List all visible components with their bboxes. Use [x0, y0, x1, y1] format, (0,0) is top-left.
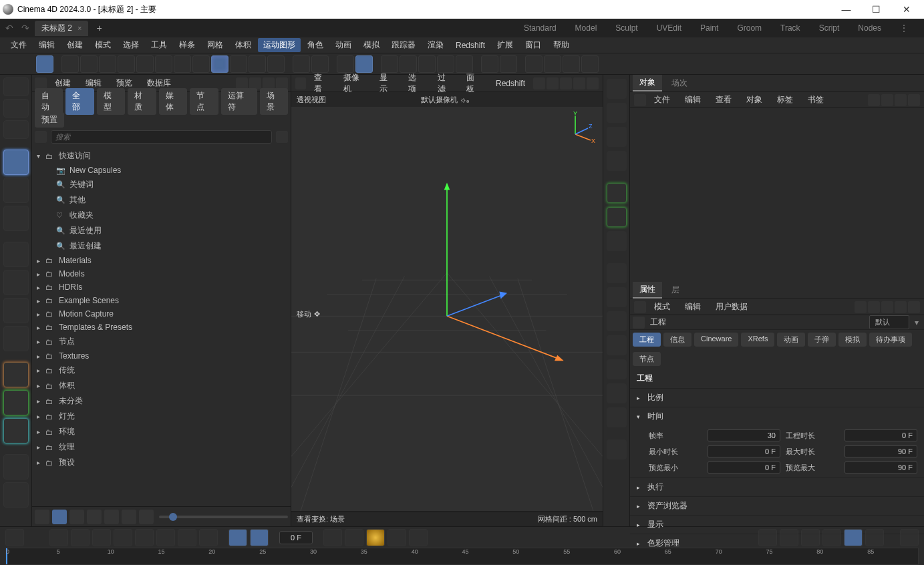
- rtool-icon[interactable]: [607, 207, 627, 227]
- tree-item[interactable]: 🔍其他: [32, 192, 291, 208]
- tool-icon[interactable]: [136, 55, 154, 73]
- view-grid-icon[interactable]: [52, 510, 67, 524]
- tool-icon[interactable]: [544, 55, 561, 73]
- menu-character[interactable]: 角色: [302, 38, 329, 52]
- tab-layer[interactable]: 层: [665, 282, 686, 298]
- tree-item[interactable]: ▸🗀Materials: [32, 254, 291, 267]
- tl-icon[interactable]: [409, 529, 428, 546]
- attr-tab-todo[interactable]: 待办事项: [869, 333, 912, 347]
- param-maxlen-input[interactable]: 90 F: [844, 445, 917, 457]
- viewport-axis-gizmo[interactable]: Y X Z: [565, 111, 599, 144]
- tab-close-icon[interactable]: ×: [78, 24, 82, 32]
- tl-icon[interactable]: [865, 529, 884, 546]
- tool-icon[interactable]: [230, 55, 247, 73]
- view-icon[interactable]: [104, 510, 119, 524]
- tl-sound-icon[interactable]: [250, 529, 269, 546]
- tool-icon[interactable]: [381, 55, 398, 73]
- tl-next-frame-icon[interactable]: [156, 529, 175, 546]
- tool-icon[interactable]: [192, 55, 210, 73]
- search-opt-icon[interactable]: [276, 131, 288, 143]
- tree-item[interactable]: ▸🗀节点: [32, 334, 291, 349]
- history-tool-icon[interactable]: [3, 99, 29, 118]
- tl-prev-key-icon[interactable]: [71, 529, 90, 546]
- tree-item[interactable]: 📷New Capsules: [32, 164, 291, 177]
- menu-mesh[interactable]: 网格: [202, 38, 228, 52]
- attr-nav-icon[interactable]: [895, 301, 907, 313]
- tree-item[interactable]: ▸🗀体积: [32, 378, 291, 393]
- layout-script[interactable]: Script: [819, 23, 840, 33]
- attr-panel-icon[interactable]: [634, 301, 646, 313]
- attr-tab-anim[interactable]: 动画: [777, 333, 805, 347]
- tree-item[interactable]: ▸🗀传统: [32, 363, 291, 378]
- layout-nodes[interactable]: Nodes: [858, 23, 881, 33]
- tool-icon[interactable]: [61, 55, 79, 73]
- tree-item[interactable]: 🔍最近创建: [32, 238, 291, 254]
- obj-menu-bookmarks[interactable]: 书签: [801, 92, 830, 108]
- rtool-icon[interactable]: [607, 231, 627, 251]
- attr-menu-edit[interactable]: 编辑: [678, 299, 708, 315]
- render-mode-select[interactable]: 默认: [869, 315, 909, 329]
- maximize-button[interactable]: ☐: [861, 0, 891, 19]
- menu-file[interactable]: 文件: [5, 38, 32, 52]
- view-icon[interactable]: [139, 510, 154, 524]
- menu-render[interactable]: 渲染: [422, 38, 449, 52]
- close-button[interactable]: ✕: [891, 0, 921, 19]
- obj-panel-icon[interactable]: [634, 94, 646, 106]
- tool-icon[interactable]: [3, 298, 29, 323]
- tl-icon[interactable]: [5, 529, 24, 546]
- attr-menu-userdata[interactable]: 用户数据: [709, 299, 754, 315]
- tab-takes[interactable]: 场次: [665, 75, 694, 91]
- attr-nav-icon[interactable]: [868, 301, 880, 313]
- obj-icon[interactable]: [908, 94, 920, 106]
- menu-volume[interactable]: 体积: [230, 38, 257, 52]
- rtool-icon[interactable]: [607, 103, 627, 123]
- tab-attributes[interactable]: 属性: [633, 282, 662, 299]
- rtool-icon[interactable]: [607, 79, 627, 99]
- tool-icon[interactable]: [525, 55, 543, 73]
- tool-icon[interactable]: [3, 454, 29, 480]
- tree-item[interactable]: ♡收藏夹: [32, 208, 291, 223]
- attr-nav-icon[interactable]: [881, 301, 893, 313]
- tool-cloner-icon[interactable]: [36, 55, 53, 73]
- tl-keyframe-icon[interactable]: [366, 529, 385, 546]
- rotate-tool-icon[interactable]: [3, 178, 29, 203]
- tree-item[interactable]: ▸🗀预设: [32, 455, 291, 470]
- group-execute[interactable]: ▸执行: [630, 478, 924, 496]
- attr-tab-sim[interactable]: 模拟: [838, 333, 867, 347]
- tool-icon[interactable]: [3, 270, 29, 295]
- tree-item[interactable]: ▸🗀纹理: [32, 439, 291, 455]
- vp-nav-icon[interactable]: [587, 77, 599, 89]
- search-tool-icon[interactable]: [3, 77, 29, 96]
- vp-nav-icon[interactable]: [533, 77, 545, 89]
- layout-paint[interactable]: Paint: [700, 23, 718, 33]
- param-minlen-input[interactable]: 0 F: [708, 445, 780, 457]
- tool-icon[interactable]: [118, 55, 135, 73]
- tl-icon[interactable]: [758, 529, 777, 546]
- menu-edit[interactable]: 编辑: [33, 38, 60, 52]
- layout-track[interactable]: Track: [780, 23, 800, 33]
- layout-groom[interactable]: Groom: [737, 23, 762, 33]
- menu-select[interactable]: 选择: [118, 38, 144, 52]
- tool-icon[interactable]: [481, 55, 498, 73]
- obj-icon[interactable]: [868, 94, 880, 106]
- tl-prev-frame-icon[interactable]: [92, 529, 111, 546]
- tool-icon[interactable]: [267, 55, 285, 73]
- nav-fwd-icon[interactable]: [249, 77, 261, 89]
- tree-item[interactable]: ▸🗀Example Scenes: [32, 294, 291, 307]
- tool-icon[interactable]: [80, 55, 98, 73]
- param-fps-input[interactable]: 30: [708, 429, 780, 441]
- group-asset-browser[interactable]: ▸资产浏览器: [630, 496, 924, 515]
- view-icon[interactable]: [87, 510, 102, 524]
- live-selection-icon[interactable]: [3, 120, 29, 139]
- tool-icon[interactable]: [311, 55, 329, 73]
- obj-menu-objects[interactable]: 对象: [740, 92, 769, 108]
- attr-menu-mode[interactable]: 模式: [647, 299, 677, 315]
- menu-mode[interactable]: 模式: [90, 38, 116, 52]
- view-icon[interactable]: [122, 510, 136, 524]
- timeline-ruler[interactable]: 051015202530354045505560657075808590: [5, 548, 919, 565]
- menu-mograph[interactable]: 运动图形: [258, 38, 301, 52]
- tool-icon[interactable]: [337, 55, 354, 73]
- tl-icon[interactable]: [822, 529, 841, 546]
- tree-item[interactable]: ▸🗀HDRIs: [32, 280, 291, 294]
- rtool-icon[interactable]: [607, 311, 627, 331]
